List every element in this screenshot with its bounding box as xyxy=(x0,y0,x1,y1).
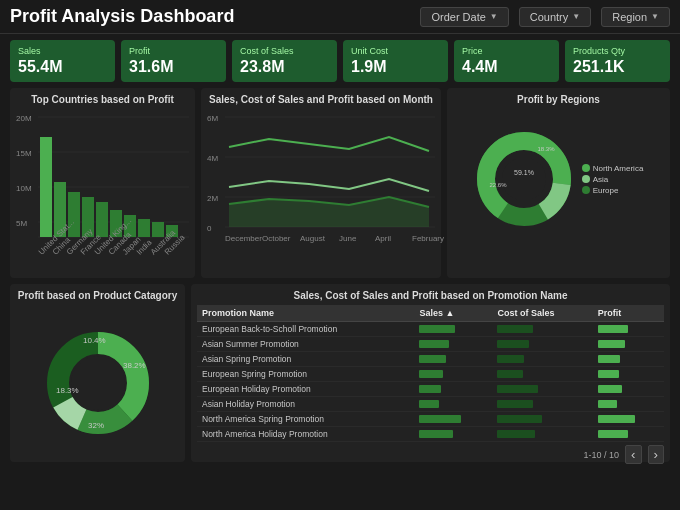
charts-row-top: Top Countries based on Profit 20M 15M 10… xyxy=(0,88,680,278)
svg-marker-37 xyxy=(229,197,429,227)
kpi-unitcost: Unit Cost 1.9M xyxy=(343,40,448,82)
promo-name-cell: Asian Summer Promotion xyxy=(197,337,414,352)
kpi-sales: Sales 55.4M xyxy=(10,40,115,82)
cos-bar-cell xyxy=(492,382,592,397)
europe-dot xyxy=(582,186,590,194)
sales-bar-cell xyxy=(414,322,492,337)
svg-point-55 xyxy=(71,356,125,410)
cos-bar-cell xyxy=(492,427,592,442)
promo-name-cell: European Spring Promotion xyxy=(197,367,414,382)
region-legend: North America Asia Europe xyxy=(582,164,644,195)
cos-bar-cell xyxy=(492,367,592,382)
svg-text:April: April xyxy=(375,234,391,243)
sales-bar-cell xyxy=(414,382,492,397)
sales-bar-cell xyxy=(414,352,492,367)
svg-text:2M: 2M xyxy=(207,194,218,203)
page-title: Profit Analysis Dashboard xyxy=(10,6,410,27)
svg-rect-11 xyxy=(68,192,80,237)
next-page-button[interactable]: › xyxy=(648,445,664,464)
charts-row-bottom: Profit based on Product Catagory 38.2% 1… xyxy=(0,278,680,468)
svg-rect-9 xyxy=(40,137,52,237)
sales-bar-cell xyxy=(414,337,492,352)
top-countries-chart: Top Countries based on Profit 20M 15M 10… xyxy=(10,88,195,278)
profit-bar-cell xyxy=(593,337,664,352)
svg-text:February: February xyxy=(412,234,444,243)
prev-page-button[interactable]: ‹ xyxy=(625,445,641,464)
kpi-sales-value: 55.4M xyxy=(18,58,107,76)
legend-europe: Europe xyxy=(582,186,644,195)
order-date-arrow-icon: ▼ xyxy=(490,12,498,21)
country-label: Country xyxy=(530,11,569,23)
order-date-filter[interactable]: Order Date ▼ xyxy=(420,7,508,27)
top-countries-title: Top Countries based on Profit xyxy=(16,94,189,105)
kpi-cos-label: Cost of Sales xyxy=(240,46,329,56)
col-profit: Profit xyxy=(593,305,664,322)
region-arrow-icon: ▼ xyxy=(651,12,659,21)
kpi-price-value: 4.4M xyxy=(462,58,551,76)
sales-bar-cell xyxy=(414,427,492,442)
table-row: European Back-to-Scholl Promotion xyxy=(197,322,664,337)
svg-text:18.3%: 18.3% xyxy=(56,386,79,395)
kpi-unitcost-label: Unit Cost xyxy=(351,46,440,56)
product-cat-chart: Profit based on Product Catagory 38.2% 1… xyxy=(10,284,185,462)
cos-bar-cell xyxy=(492,412,592,427)
kpi-qty-label: Products Qty xyxy=(573,46,662,56)
profit-bar-cell xyxy=(593,322,664,337)
svg-text:22.6%: 22.6% xyxy=(489,182,507,188)
table-row: European Spring Promotion xyxy=(197,367,664,382)
col-promo-name: Promotion Name xyxy=(197,305,414,322)
table-row: Asian Spring Promotion xyxy=(197,352,664,367)
product-cat-svg: 38.2% 18.3% 10.4% 32% xyxy=(28,313,168,453)
svg-text:10.4%: 10.4% xyxy=(83,336,106,345)
table-row: Asian Summer Promotion xyxy=(197,337,664,352)
region-label: Region xyxy=(612,11,647,23)
table-row: North America Holiday Promotion xyxy=(197,427,664,442)
asia-label: Asia xyxy=(593,175,609,184)
promo-table-title: Sales, Cost of Sales and Profit based on… xyxy=(197,290,664,301)
cos-bar-cell xyxy=(492,337,592,352)
svg-rect-16 xyxy=(138,219,150,237)
sales-bar-cell xyxy=(414,367,492,382)
svg-text:August: August xyxy=(300,234,326,243)
svg-text:32%: 32% xyxy=(88,421,104,430)
kpi-profit-value: 31.6M xyxy=(129,58,218,76)
svg-text:0: 0 xyxy=(207,224,212,233)
promo-name-cell: North America Holiday Promotion xyxy=(197,427,414,442)
region-donut-svg: 59.1% 22.6% 18.3% xyxy=(474,129,574,229)
region-chart: Profit by Regions 59.1% 22.6% 18.3% xyxy=(447,88,670,278)
kpi-qty-value: 251.1K xyxy=(573,58,662,76)
kpi-cos: Cost of Sales 23.8M xyxy=(232,40,337,82)
region-title: Profit by Regions xyxy=(453,94,664,105)
svg-point-47 xyxy=(502,157,546,201)
svg-text:4M: 4M xyxy=(207,154,218,163)
cos-bar-cell xyxy=(492,397,592,412)
country-arrow-icon: ▼ xyxy=(572,12,580,21)
promo-name-cell: North America Spring Promotion xyxy=(197,412,414,427)
kpi-price: Price 4.4M xyxy=(454,40,559,82)
country-filter[interactable]: Country ▼ xyxy=(519,7,591,27)
svg-text:6M: 6M xyxy=(207,114,218,123)
kpi-unitcost-value: 1.9M xyxy=(351,58,440,76)
svg-rect-13 xyxy=(96,202,108,237)
header: Profit Analysis Dashboard Order Date ▼ C… xyxy=(0,0,680,34)
profit-bar-cell xyxy=(593,397,664,412)
region-filter[interactable]: Region ▼ xyxy=(601,7,670,27)
table-row: North America Spring Promotion xyxy=(197,412,664,427)
pagination: 1-10 / 10 ‹ › xyxy=(197,445,664,464)
col-sales: Sales ▲ xyxy=(414,305,492,322)
profit-bar-cell xyxy=(593,427,664,442)
order-date-label: Order Date xyxy=(431,11,485,23)
kpi-profit-label: Profit xyxy=(129,46,218,56)
top-countries-svg: 20M 15M 10M 5M United Stat... China Ge xyxy=(16,109,189,264)
monthly-title: Sales, Cost of Sales and Profit based on… xyxy=(207,94,435,105)
kpi-sales-label: Sales xyxy=(18,46,107,56)
north-america-label: North America xyxy=(593,164,644,173)
promo-name-cell: European Back-to-Scholl Promotion xyxy=(197,322,414,337)
table-row: European Holiday Promotion xyxy=(197,382,664,397)
monthly-chart: Sales, Cost of Sales and Profit based on… xyxy=(201,88,441,278)
svg-text:December: December xyxy=(225,234,262,243)
svg-text:20M: 20M xyxy=(16,114,32,123)
promo-name-cell: European Holiday Promotion xyxy=(197,382,414,397)
profit-bar-cell xyxy=(593,412,664,427)
promo-name-cell: Asian Holiday Promotion xyxy=(197,397,414,412)
